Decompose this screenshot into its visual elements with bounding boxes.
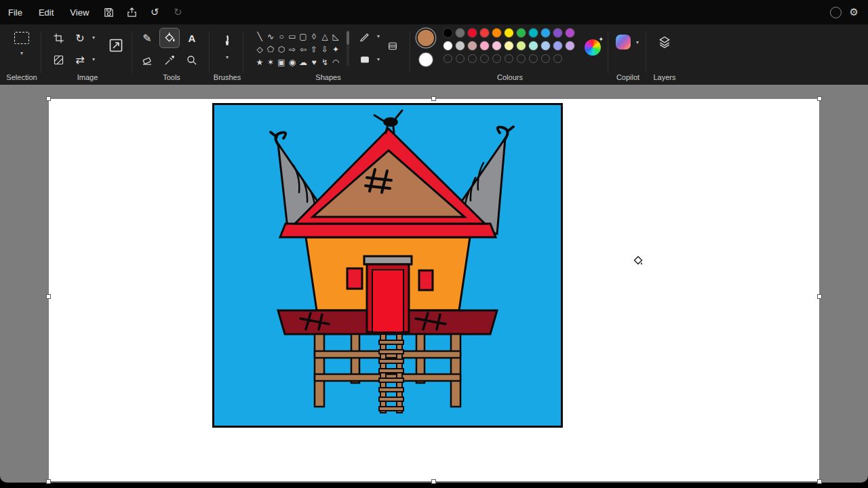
- account-icon[interactable]: [830, 7, 842, 18]
- color-picker-tool-button[interactable]: [160, 51, 179, 70]
- copilot-button[interactable]: [614, 33, 633, 52]
- colour-swatch[interactable]: [480, 41, 489, 50]
- colour-swatch[interactable]: [553, 41, 562, 50]
- brushes-button[interactable]: [218, 31, 237, 50]
- shape-fill-button[interactable]: [357, 52, 373, 68]
- rotate-dropdown[interactable]: ▾: [90, 35, 98, 41]
- redo-button[interactable]: ↻: [167, 3, 188, 21]
- shape-six-point-star[interactable]: ✶: [265, 56, 276, 66]
- shape-fill-dropdown[interactable]: ▾: [374, 56, 382, 62]
- shape-cloud-callout[interactable]: ☁: [298, 56, 309, 66]
- share-button[interactable]: [121, 3, 142, 21]
- texture-button[interactable]: [49, 50, 68, 69]
- colour-swatch[interactable]: [492, 28, 501, 37]
- settings-button[interactable]: ⚙: [850, 6, 859, 18]
- empty-colour-slot[interactable]: [480, 54, 489, 63]
- flip-dropdown[interactable]: ▾: [90, 56, 98, 62]
- empty-colour-slot[interactable]: [443, 54, 452, 63]
- shape-hexagon[interactable]: ⬡: [276, 43, 287, 56]
- selection-handle-se[interactable]: [817, 479, 822, 484]
- shape-outline-button[interactable]: [357, 28, 373, 45]
- shape-left-arrow[interactable]: ⇦: [298, 43, 309, 56]
- colour-swatch[interactable]: [456, 41, 465, 50]
- layers-button[interactable]: [655, 33, 674, 52]
- colour-swatch[interactable]: [517, 28, 526, 37]
- save-button[interactable]: [98, 3, 119, 21]
- colour-swatch[interactable]: [517, 41, 526, 50]
- shapes-scrollbar[interactable]: [347, 30, 349, 66]
- fill-tool-button[interactable]: [160, 28, 179, 47]
- empty-colour-slot[interactable]: [492, 54, 501, 63]
- empty-colour-slot[interactable]: [456, 54, 465, 63]
- shape-triangle[interactable]: △: [319, 30, 330, 43]
- scrollbar-thumb[interactable]: [347, 31, 349, 45]
- empty-colour-slot[interactable]: [517, 54, 526, 63]
- selection-handle-s[interactable]: [431, 479, 436, 484]
- shape-lightning[interactable]: ↯: [319, 56, 330, 66]
- menu-file[interactable]: File: [0, 5, 31, 20]
- selection-handle-nw[interactable]: [46, 96, 51, 101]
- colour-swatch[interactable]: [541, 41, 550, 50]
- shape-outline-dropdown[interactable]: ▾: [374, 33, 382, 39]
- brushes-dropdown[interactable]: ▾: [223, 54, 231, 60]
- shape-right-arrow[interactable]: ⇨: [287, 43, 298, 56]
- copilot-dropdown[interactable]: ▾: [633, 39, 642, 45]
- colour1-swatch[interactable]: [418, 30, 434, 46]
- menu-edit[interactable]: Edit: [31, 5, 62, 20]
- shape-line[interactable]: ╲: [254, 30, 265, 43]
- selection-handle-e[interactable]: [817, 294, 822, 299]
- shape-diamond[interactable]: ◇: [254, 43, 265, 56]
- colour-swatch[interactable]: [468, 28, 477, 37]
- colour-swatch[interactable]: [541, 28, 550, 37]
- empty-colour-slot[interactable]: [553, 54, 562, 63]
- shape-heart[interactable]: ♥: [309, 56, 319, 66]
- shape-rounded-rectangle[interactable]: ▢: [298, 30, 309, 43]
- shape-rectangular-callout[interactable]: ▣: [276, 56, 287, 66]
- edit-colours-button[interactable]: ✦: [585, 39, 601, 56]
- shape-oval[interactable]: ○: [276, 30, 287, 43]
- selection-dropdown[interactable]: ▾: [18, 50, 26, 56]
- colour-swatch[interactable]: [566, 28, 574, 37]
- empty-colour-slot[interactable]: [468, 54, 477, 63]
- colour-swatch[interactable]: [443, 41, 452, 50]
- empty-colour-slot[interactable]: [529, 54, 538, 63]
- pencil-tool-button[interactable]: ✎: [138, 28, 157, 47]
- undo-button[interactable]: ↺: [144, 3, 165, 21]
- eraser-tool-button[interactable]: [138, 51, 157, 70]
- colour-swatch[interactable]: [492, 41, 501, 50]
- colour-swatch[interactable]: [456, 28, 465, 37]
- empty-colour-slot[interactable]: [505, 54, 513, 63]
- colour-swatch[interactable]: [566, 41, 574, 50]
- flip-button[interactable]: ⇄: [71, 50, 90, 69]
- selection-handle-n[interactable]: [431, 96, 436, 101]
- shape-arc[interactable]: ◠: [330, 56, 341, 66]
- colour-swatch[interactable]: [505, 41, 513, 50]
- shape-style-button[interactable]: [384, 38, 401, 54]
- shape-four-point-star[interactable]: ✦: [330, 43, 341, 56]
- colour-swatch[interactable]: [505, 28, 513, 37]
- colour-swatch[interactable]: [443, 28, 452, 37]
- shape-rectangle[interactable]: ▭: [287, 30, 298, 43]
- text-tool-button[interactable]: A: [182, 28, 201, 47]
- empty-colour-slot[interactable]: [541, 54, 550, 63]
- crop-button[interactable]: [49, 28, 68, 47]
- colour-swatch[interactable]: [553, 28, 562, 37]
- colour-swatch[interactable]: [529, 41, 538, 50]
- shape-polygon[interactable]: ◊: [309, 30, 319, 43]
- shape-oval-callout[interactable]: ◉: [287, 56, 298, 66]
- shape-pentagon[interactable]: ⬠: [265, 43, 276, 56]
- colour-swatch[interactable]: [468, 41, 477, 50]
- shape-up-arrow[interactable]: ⇧: [309, 43, 319, 56]
- shape-five-point-star[interactable]: ★: [254, 56, 265, 66]
- colour-swatch[interactable]: [529, 28, 538, 37]
- colour2-swatch[interactable]: [419, 53, 433, 66]
- magnifier-tool-button[interactable]: [182, 51, 201, 70]
- rotate-button[interactable]: ↻: [71, 28, 90, 47]
- canvas[interactable]: [49, 99, 819, 481]
- shape-down-arrow[interactable]: ⇩: [319, 43, 330, 56]
- resize-button[interactable]: [104, 34, 127, 57]
- shape-curve[interactable]: ∿: [265, 30, 276, 43]
- selection-tool-button[interactable]: [12, 28, 31, 47]
- menu-view[interactable]: View: [62, 5, 97, 20]
- selection-handle-w[interactable]: [46, 294, 51, 299]
